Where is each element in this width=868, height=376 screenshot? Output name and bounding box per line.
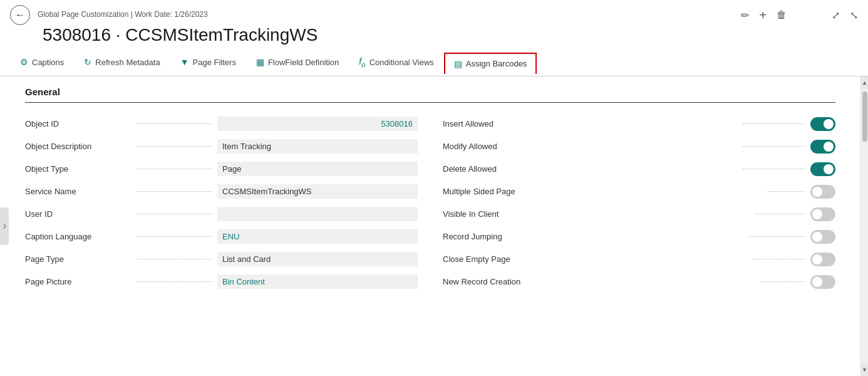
field-modify-allowed: Modify Allowed xyxy=(443,135,835,158)
toggle-knob-multiple xyxy=(812,187,822,197)
toggle-knob-visible xyxy=(812,209,822,219)
input-service-name[interactable] xyxy=(217,184,418,199)
input-object-description[interactable] xyxy=(217,139,418,154)
tab-flowfield-label: FlowField Definition xyxy=(268,58,339,67)
input-caption-language[interactable] xyxy=(217,229,418,244)
tab-filter-label: Page Filters xyxy=(193,58,236,67)
section-general: General xyxy=(25,86,835,103)
label-service-name: Service Name xyxy=(25,187,132,196)
field-visible-in-client: Visible In Client xyxy=(443,203,835,226)
toggle-record-jumping[interactable] xyxy=(810,230,835,244)
add-icon[interactable]: + xyxy=(759,8,767,23)
dots-modify-allowed xyxy=(743,146,805,147)
label-visible-in-client: Visible In Client xyxy=(443,209,750,219)
input-object-type[interactable] xyxy=(217,162,418,176)
refresh-icon: ↻ xyxy=(84,57,91,67)
toggle-knob-delete xyxy=(824,164,834,174)
side-panel-handle[interactable] xyxy=(0,207,9,245)
captions-icon: ⚙ xyxy=(20,57,28,67)
toggle-knob-modify xyxy=(824,142,834,152)
page-title: 5308016 · CCSMSItemTrackingWS xyxy=(43,25,318,44)
header-actions: ✏ + 🗑 ⤢ ⤡ xyxy=(741,8,858,23)
dots-close-empty xyxy=(752,259,805,259)
scrollbar-track xyxy=(861,89,868,363)
delete-icon[interactable]: 🗑 xyxy=(777,9,787,21)
dots-object-id xyxy=(137,123,212,124)
input-page-picture[interactable] xyxy=(217,274,418,289)
scrollbar-thumb[interactable] xyxy=(862,91,867,142)
field-object-id: Object ID xyxy=(25,113,418,135)
expand-icon[interactable]: ⤢ xyxy=(832,9,840,21)
tab-page-filters[interactable]: ▼ Page Filters xyxy=(170,51,246,75)
title-row: 5308016 · CCSMSItemTrackingWS xyxy=(0,25,868,50)
label-user-id: User ID xyxy=(25,209,132,219)
tab-assign-barcodes[interactable]: ▤ Assign Barcodes xyxy=(444,53,537,74)
tab-flowfield[interactable]: ▦ FlowField Definition xyxy=(246,51,349,75)
tab-refresh-metadata[interactable]: ↻ Refresh Metadata xyxy=(74,51,170,75)
input-user-id[interactable] xyxy=(217,207,418,221)
dots-insert-allowed xyxy=(743,123,805,124)
tab-conditional-label: Conditional Views xyxy=(369,58,434,67)
label-new-record-creation: New Record Creation xyxy=(443,277,757,286)
input-page-type[interactable] xyxy=(217,252,418,266)
toggle-new-record[interactable] xyxy=(810,275,835,289)
right-form-col: Insert Allowed Modify Allowed xyxy=(443,113,835,293)
field-caption-language: Caption Language xyxy=(25,226,418,248)
toggle-visible-client[interactable] xyxy=(810,207,835,221)
label-object-description: Object Description xyxy=(25,142,132,151)
field-page-picture: Page Picture xyxy=(25,271,418,293)
scrollbar-down[interactable]: ▼ xyxy=(861,363,868,376)
dots-object-type xyxy=(137,169,212,169)
tabs-bar: ⚙ Captions ↻ Refresh Metadata ▼ Page Fil… xyxy=(0,50,868,76)
label-object-type: Object Type xyxy=(25,164,132,174)
field-close-empty-page: Close Empty Page xyxy=(443,248,835,271)
toggle-knob-new-record xyxy=(812,277,822,287)
tab-barcode-label: Assign Barcodes xyxy=(466,59,527,68)
toggle-insert-allowed[interactable] xyxy=(810,117,835,131)
label-object-id: Object ID xyxy=(25,119,132,128)
label-close-empty-page: Close Empty Page xyxy=(443,254,747,264)
field-new-record-creation: New Record Creation xyxy=(443,271,835,293)
dots-new-record xyxy=(762,281,805,282)
input-object-id[interactable] xyxy=(217,117,418,131)
edit-icon[interactable]: ✏ xyxy=(741,9,749,21)
breadcrumb: Global Page Customization | Work Date: 1… xyxy=(38,10,741,19)
app-container: ← Global Page Customization | Work Date:… xyxy=(0,0,868,376)
back-button[interactable]: ← xyxy=(10,5,30,25)
dots-service-name xyxy=(137,191,212,192)
left-form-col: Object ID Object Description Object Type xyxy=(25,113,418,293)
label-modify-allowed: Modify Allowed xyxy=(443,142,738,151)
toggle-knob-insert xyxy=(824,119,834,129)
dots-caption-language xyxy=(137,236,212,237)
scrollbar-up[interactable]: ▲ xyxy=(861,76,868,89)
conditional-icon: fo xyxy=(359,56,365,68)
label-caption-language: Caption Language xyxy=(25,232,132,241)
dots-delete-allowed xyxy=(743,169,805,169)
toggle-multiple-sided[interactable] xyxy=(810,185,835,199)
field-record-jumping: Record Jumping xyxy=(443,226,835,248)
toggle-close-empty[interactable] xyxy=(810,253,835,266)
tab-captions[interactable]: ⚙ Captions xyxy=(10,51,74,75)
field-object-description: Object Description xyxy=(25,135,418,158)
dots-object-description xyxy=(137,146,212,147)
label-page-picture: Page Picture xyxy=(25,277,132,286)
filter-icon: ▼ xyxy=(180,57,189,67)
dots-page-type xyxy=(137,259,212,259)
toggle-delete-allowed[interactable] xyxy=(810,162,835,176)
field-insert-allowed: Insert Allowed xyxy=(443,113,835,135)
tab-conditional-views[interactable]: fo Conditional Views xyxy=(349,50,443,76)
field-service-name: Service Name xyxy=(25,180,418,203)
barcode-icon: ▤ xyxy=(454,59,462,69)
dots-visible-client xyxy=(755,214,805,214)
collapse-icon[interactable]: ⤡ xyxy=(850,9,858,21)
label-record-jumping: Record Jumping xyxy=(443,232,744,241)
label-insert-allowed: Insert Allowed xyxy=(443,119,738,128)
tab-refresh-label: Refresh Metadata xyxy=(95,58,160,67)
field-delete-allowed: Delete Allowed xyxy=(443,158,835,180)
toggle-modify-allowed[interactable] xyxy=(810,140,835,154)
main-content: General Object ID Object Description xyxy=(0,76,868,376)
dots-page-picture xyxy=(137,281,212,282)
toggle-knob-close xyxy=(812,254,822,264)
content-area: General Object ID Object Description xyxy=(0,76,860,376)
field-object-type: Object Type xyxy=(25,158,418,180)
